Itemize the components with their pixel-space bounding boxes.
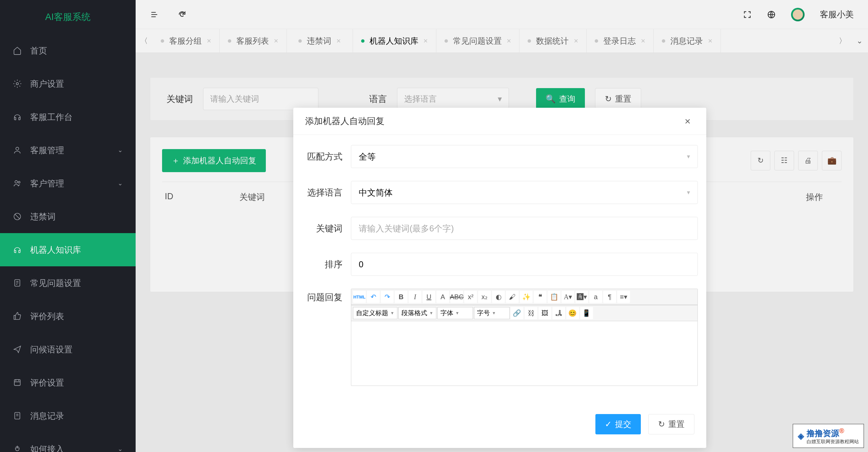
modal-body: 匹配方式 全等▾ 选择语言 中文简体▾ 关键词 排序 问题回复 HTML ↶ ↷… xyxy=(293,135,706,406)
sort-input[interactable] xyxy=(359,253,690,275)
paste-button[interactable]: 📋 xyxy=(548,291,560,303)
fontsize-select[interactable]: 字号▼ xyxy=(474,307,510,319)
reply-label: 问题回复 xyxy=(302,289,351,303)
image-button[interactable]: 🖼 xyxy=(538,307,551,319)
italic-button[interactable]: I xyxy=(409,291,421,303)
format-button[interactable]: ✨ xyxy=(520,291,533,303)
forecolor-button[interactable]: A▾ xyxy=(561,291,574,303)
modal-close-button[interactable]: × xyxy=(681,115,694,128)
logo-icon: ◈ xyxy=(798,431,804,441)
select-value: 全等 xyxy=(359,151,376,162)
rich-editor: HTML ↶ ↷ B I U A ABC x² x₂ ◐ 🖌 ✨ ❝ 📋 A▾ xyxy=(351,289,698,386)
lineheight-button[interactable]: ≡▾ xyxy=(617,291,630,303)
brush-button[interactable]: 🖌 xyxy=(506,291,519,303)
char-button[interactable]: a xyxy=(589,291,602,303)
unlink-button[interactable]: ⛓ xyxy=(525,307,537,319)
editor-textarea[interactable] xyxy=(351,321,697,386)
chevron-down-icon: ▾ xyxy=(687,153,690,160)
image2-button[interactable]: 🏞 xyxy=(552,307,565,319)
submit-button[interactable]: ✓提交 xyxy=(595,414,641,434)
fontcolor-button[interactable]: A xyxy=(436,291,449,303)
subscript-button[interactable]: x₂ xyxy=(478,291,491,303)
watermark-sub: 白嫖互联网资源教程网站 xyxy=(807,439,859,445)
modal-reset-button[interactable]: ↻重置 xyxy=(648,414,694,434)
strike-button[interactable]: ABC xyxy=(450,291,463,303)
modal-header: 添加机器人自动回复 × xyxy=(293,108,706,135)
modal-keyword-input[interactable] xyxy=(359,217,690,240)
underline-button[interactable]: U xyxy=(422,291,435,303)
lang-label: 选择语言 xyxy=(302,187,351,199)
keyword-label: 关键词 xyxy=(302,223,351,234)
emoji-button[interactable]: 😊 xyxy=(566,307,579,319)
backcolor-button[interactable]: 🅰▾ xyxy=(575,291,588,303)
eraser-button[interactable]: ◐ xyxy=(492,291,505,303)
button-label: 提交 xyxy=(615,419,631,430)
watermark-title: 撸撸资源 xyxy=(807,429,839,438)
quote-button[interactable]: ❝ xyxy=(534,291,547,303)
check-icon: ✓ xyxy=(605,419,612,429)
modal: 添加机器人自动回复 × 匹配方式 全等▾ 选择语言 中文简体▾ 关键词 排序 问… xyxy=(293,108,706,448)
editor-toolbar: HTML ↶ ↷ B I U A ABC x² x₂ ◐ 🖌 ✨ ❝ 📋 A▾ xyxy=(351,289,697,305)
watermark: ◈ 撸撸资源® 白嫖互联网资源教程网站 xyxy=(793,424,864,448)
html-button[interactable]: HTML xyxy=(353,291,366,303)
fontfamily-select[interactable]: 字体▼ xyxy=(437,307,473,319)
match-select[interactable]: 全等▾ xyxy=(351,145,698,168)
modal-lang-select[interactable]: 中文简体▾ xyxy=(351,181,698,204)
undo-button[interactable]: ↶ xyxy=(367,291,380,303)
chevron-down-icon: ▾ xyxy=(687,189,690,196)
indent-button[interactable]: ¶ xyxy=(603,291,616,303)
paragraph-select[interactable]: 段落格式▼ xyxy=(398,307,436,319)
match-label: 匹配方式 xyxy=(302,151,351,163)
modal-footer: ✓提交 ↻重置 xyxy=(293,406,706,448)
video-button[interactable]: 📱 xyxy=(580,307,593,319)
editor-toolbar-2: 自定义标题▼ 段落格式▼ 字体▼ 字号▼ 🔗 ⛓ 🖼 🏞 😊 📱 xyxy=(351,305,697,321)
sort-label: 排序 xyxy=(302,259,351,270)
link-button[interactable]: 🔗 xyxy=(511,307,524,319)
select-value: 中文简体 xyxy=(359,187,393,198)
superscript-button[interactable]: x² xyxy=(464,291,477,303)
redo-button[interactable]: ↷ xyxy=(381,291,394,303)
bold-button[interactable]: B xyxy=(395,291,408,303)
refresh-icon: ↻ xyxy=(658,419,665,429)
button-label: 重置 xyxy=(668,419,685,430)
modal-title: 添加机器人自动回复 xyxy=(305,115,384,127)
heading-select[interactable]: 自定义标题▼ xyxy=(353,307,397,319)
